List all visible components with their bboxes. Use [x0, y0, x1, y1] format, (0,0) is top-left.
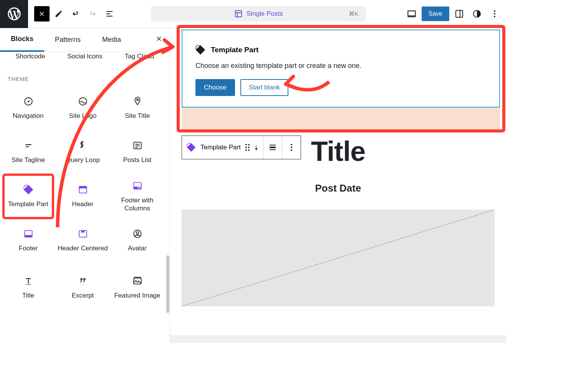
block-item-footer[interactable]: Footer	[3, 218, 53, 263]
svg-rect-16	[134, 187, 137, 189]
block-item-navigation[interactable]: Navigation	[3, 86, 53, 130]
tab-blocks[interactable]: Blocks	[0, 28, 44, 52]
loop-icon	[78, 140, 88, 151]
block-item-label: Featured Image	[114, 292, 160, 299]
postslist-icon	[132, 140, 143, 151]
block-item-site-tagline[interactable]: Site Tagline	[3, 130, 53, 174]
template-part-icon[interactable]	[187, 143, 196, 152]
list-view-icon	[105, 9, 114, 18]
svg-point-4	[494, 10, 495, 12]
tab-media[interactable]: Media	[91, 28, 132, 52]
block-item-site-title[interactable]: Site Title	[112, 86, 162, 130]
styles-button[interactable]	[469, 6, 485, 22]
post-date[interactable]: Post Date	[170, 182, 506, 194]
template-part-placeholder: Template Part Choose an existing templat…	[182, 30, 500, 108]
kebab-icon[interactable]	[287, 143, 296, 152]
excerpt-icon	[78, 276, 88, 286]
header-icon	[78, 184, 88, 195]
choose-button[interactable]: Choose	[195, 79, 235, 96]
block-item-query-loop[interactable]: Query Loop	[58, 130, 108, 174]
placeholder-description: Choose an existing template part or crea…	[195, 62, 486, 70]
svg-point-9	[136, 99, 138, 101]
compass-icon	[23, 96, 34, 107]
block-item-site-logo[interactable]: Site Logo	[58, 86, 108, 130]
block-item-label: Site Logo	[69, 112, 97, 120]
close-inserter-x[interactable]	[155, 35, 163, 43]
block-item-header[interactable]: Header	[58, 174, 108, 218]
section-heading-theme: THEME	[3, 60, 167, 86]
sidebar-icon	[455, 9, 464, 18]
redo-icon	[88, 9, 97, 18]
block-item-label: Site Tagline	[12, 156, 45, 164]
svg-point-23	[136, 232, 139, 235]
svg-rect-0	[235, 11, 242, 17]
scrollbar[interactable]	[166, 255, 169, 313]
svg-rect-17	[137, 187, 141, 189]
block-toolbar: Template Part ▲▼	[182, 136, 301, 159]
undo-button[interactable]	[68, 6, 83, 22]
block-item-header-centered[interactable]: Header Centered	[58, 218, 108, 263]
block-item-label: Header Centered	[58, 245, 108, 252]
document-title: Single Posts	[247, 10, 283, 18]
editor-canvas: Template Part Choose an existing templat…	[170, 28, 506, 343]
tagline-icon	[23, 140, 34, 151]
redo-button[interactable]	[85, 6, 100, 22]
contrast-icon	[472, 9, 482, 18]
block-item-excerpt[interactable]: Excerpt	[58, 263, 108, 313]
more-options-button[interactable]	[487, 6, 502, 22]
command-shortcut: ⌘K	[349, 10, 358, 17]
inserter-tabs: Blocks Patterns Media	[0, 28, 170, 52]
block-item-label: Navigation	[13, 112, 43, 120]
svg-point-30	[291, 147, 292, 148]
view-button[interactable]	[404, 6, 419, 22]
save-button[interactable]: Save	[422, 7, 449, 21]
align-icon[interactable]	[268, 143, 277, 152]
move-arrows[interactable]: ▲▼	[254, 144, 258, 151]
block-item-label: Template Part	[8, 200, 48, 208]
close-inserter-button[interactable]	[34, 6, 50, 22]
mappin-icon	[132, 96, 143, 107]
list-view-button[interactable]	[102, 6, 117, 22]
svg-rect-19	[25, 235, 32, 237]
title-icon	[23, 276, 34, 286]
block-item-label: Avatar	[128, 245, 147, 252]
pencil-icon	[55, 10, 63, 18]
block-item-footer-with-columns[interactable]: Footer with Columns	[112, 174, 162, 218]
block-item-title[interactable]: Title	[3, 263, 53, 313]
toolbar-block-name: Template Part	[200, 144, 241, 151]
footer-icon	[23, 228, 34, 239]
svg-point-5	[494, 13, 495, 15]
partial-block-row: Shortcode Social Icons Tag Cloud	[3, 53, 167, 60]
footercols-icon	[132, 180, 143, 191]
bottom-ruler	[170, 335, 506, 343]
block-item-label: Posts List	[123, 156, 152, 164]
block-item-featured-image[interactable]: Featured Image	[112, 263, 162, 313]
settings-sidebar-button[interactable]	[452, 6, 467, 22]
kebab-icon	[490, 9, 499, 18]
layout-icon	[234, 10, 243, 18]
featured-image-placeholder[interactable]	[182, 210, 495, 306]
block-item-label: Footer	[19, 245, 38, 252]
svg-rect-1	[408, 11, 415, 16]
block-item-label: Excerpt	[72, 292, 94, 299]
block-item-template-part[interactable]: Template Part	[3, 174, 53, 218]
svg-point-29	[291, 144, 292, 146]
document-title-bar[interactable]: Single Posts ⌘K	[151, 6, 366, 22]
block-item-posts-list[interactable]: Posts List	[112, 130, 162, 174]
drag-handle-icon[interactable]	[245, 144, 250, 151]
svg-point-8	[79, 98, 87, 106]
block-item-avatar[interactable]: Avatar	[112, 218, 162, 263]
placeholder-title: Template Part	[211, 46, 258, 54]
start-blank-button[interactable]: Start blank	[240, 79, 288, 96]
tab-patterns[interactable]: Patterns	[44, 28, 91, 52]
svg-rect-14	[79, 187, 87, 189]
sitelogo-icon	[78, 96, 88, 107]
desktop-icon	[407, 9, 417, 19]
svg-point-31	[291, 149, 292, 151]
close-icon	[155, 35, 163, 43]
featured-icon	[132, 276, 143, 286]
edit-tool-button[interactable]	[51, 6, 66, 22]
block-item-label: Site Title	[125, 112, 150, 120]
wp-logo[interactable]	[0, 0, 28, 28]
block-inserter-panel: Blocks Patterns Media Shortcode Social I…	[0, 28, 170, 343]
